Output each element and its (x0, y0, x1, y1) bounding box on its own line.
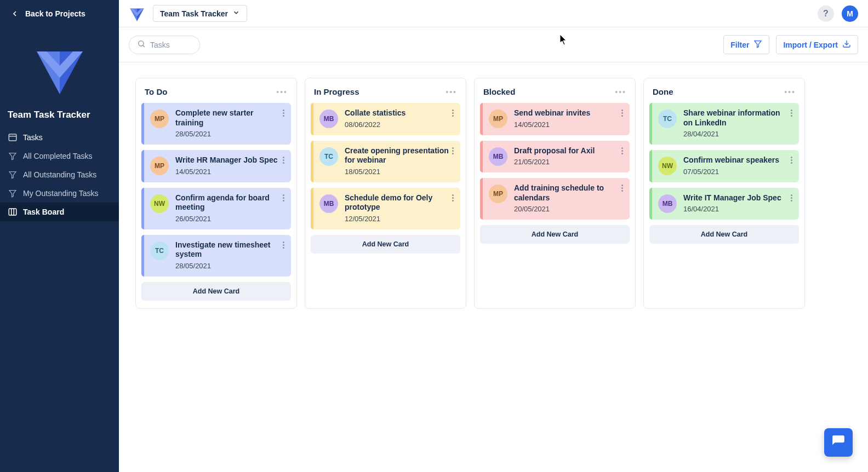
card-title: Collate statistics (345, 108, 450, 118)
column-header: Blocked••• (480, 85, 630, 103)
card-menu[interactable] (619, 183, 624, 192)
add-card-button[interactable]: Add New Card (311, 235, 460, 254)
card-date: 21/05/2021 (514, 158, 619, 166)
column-header: In Progress••• (311, 85, 460, 103)
card-menu[interactable] (281, 156, 285, 164)
project-logo-wrap (0, 25, 119, 108)
project-dropdown-label: Team Task Tracker (160, 9, 228, 18)
column-menu[interactable]: ••• (784, 88, 796, 96)
card-menu[interactable] (450, 193, 455, 202)
add-card-button[interactable]: Add New Card (649, 225, 799, 244)
task-card[interactable]: MPAdd training schedule to calendars20/0… (480, 178, 630, 220)
assignee-avatar: TC (658, 110, 677, 128)
cards-list: TCShare webinar information on LinkedIn2… (649, 103, 799, 244)
topbar: Team Task Tracker ? M (119, 0, 868, 27)
card-menu[interactable] (789, 156, 793, 164)
column-title: To Do (145, 87, 167, 96)
card-menu[interactable] (789, 108, 793, 117)
column-done: Done•••TCShare webinar information on Li… (643, 78, 805, 309)
card-menu[interactable] (281, 108, 285, 117)
task-card[interactable]: TCInvestigate new timesheet system28/05/… (141, 235, 291, 277)
task-card[interactable]: MBDraft proposal for Axil21/05/2021 (480, 141, 630, 173)
card-date: 28/05/2021 (175, 130, 281, 138)
svg-line-15 (143, 45, 145, 47)
cards-list: MPComplete new starter training28/05/202… (141, 103, 291, 301)
task-card[interactable]: TCCreate opening presentation for webina… (311, 141, 460, 182)
nav-list: Tasks All Completed Tasks All Outstandin… (0, 128, 119, 221)
card-date: 28/05/2021 (175, 262, 281, 270)
project-dropdown[interactable]: Team Task Tracker (153, 5, 247, 22)
import-export-label: Import / Export (783, 41, 838, 49)
filter-icon (8, 151, 18, 161)
card-menu[interactable] (281, 193, 285, 202)
card-title: Complete new starter training (175, 108, 281, 128)
chevron-down-icon (232, 9, 240, 18)
task-card[interactable]: MPComplete new starter training28/05/202… (141, 103, 291, 145)
card-body: Investigate new timesheet system28/05/20… (175, 240, 281, 270)
card-date: 26/05/2021 (175, 215, 281, 223)
kanban-board: To Do•••MPComplete new starter training2… (135, 78, 852, 309)
card-menu[interactable] (619, 146, 624, 154)
task-card[interactable]: NWConfirm webinar speakers07/05/2021 (649, 150, 799, 182)
sidebar: Back to Projects Team Task Tracker Tasks… (0, 0, 119, 472)
card-title: Investigate new timesheet system (175, 240, 281, 260)
help-button[interactable]: ? (818, 5, 834, 22)
add-card-button[interactable]: Add New Card (141, 282, 291, 301)
nav-item-outstanding[interactable]: All Outstanding Tasks (0, 165, 119, 184)
svg-marker-5 (9, 153, 16, 160)
import-export-button[interactable]: Import / Export (776, 35, 858, 54)
board-scroll[interactable]: To Do•••MPComplete new starter training2… (119, 62, 868, 472)
card-title: Draft proposal for Axil (514, 146, 619, 156)
task-card[interactable]: NWConfirm agenda for board meeting26/05/… (141, 188, 291, 229)
card-title: Schedule demo for Oely prototype (345, 193, 450, 212)
svg-rect-8 (9, 209, 16, 215)
column-menu[interactable]: ••• (446, 88, 457, 96)
assignee-avatar: NW (658, 157, 677, 175)
task-card[interactable]: TCShare webinar information on LinkedIn2… (649, 103, 799, 145)
search-input[interactable] (150, 41, 192, 49)
back-label: Back to Projects (25, 9, 85, 18)
nav-item-task-board[interactable]: Task Board (0, 203, 119, 221)
card-date: 20/05/2021 (514, 205, 619, 213)
card-date: 12/05/2021 (345, 215, 450, 223)
assignee-avatar: MB (658, 194, 677, 213)
nav-item-my-outstanding[interactable]: My Outstanding Tasks (0, 184, 119, 203)
card-date: 14/05/2021 (514, 120, 619, 129)
task-card[interactable]: MBCollate statistics08/06/2022 (311, 103, 460, 135)
svg-rect-3 (9, 134, 16, 141)
nav-item-completed[interactable]: All Completed Tasks (0, 147, 119, 165)
column-menu[interactable]: ••• (276, 88, 288, 96)
card-title: Confirm agenda for board meeting (175, 193, 281, 212)
card-menu[interactable] (450, 108, 455, 117)
column-in-progress: In Progress•••MBCollate statistics08/06/… (305, 78, 466, 309)
column-to-do: To Do•••MPComplete new starter training2… (135, 78, 297, 309)
nav-label: All Completed Tasks (23, 152, 93, 160)
card-menu[interactable] (619, 108, 624, 117)
card-body: Complete new starter training28/05/2021 (175, 108, 281, 138)
filter-icon (8, 170, 18, 180)
filter-button[interactable]: Filter (723, 35, 769, 54)
card-menu[interactable] (450, 146, 455, 154)
task-card[interactable]: MPSend webinar invites14/05/2021 (480, 103, 630, 135)
column-title: Blocked (483, 87, 515, 96)
board-icon (8, 207, 18, 217)
nav-label: Tasks (23, 133, 43, 142)
card-body: Schedule demo for Oely prototype12/05/20… (345, 193, 450, 223)
column-menu[interactable]: ••• (615, 88, 626, 96)
search-box[interactable] (129, 36, 200, 54)
task-card[interactable]: MBWrite IT Manager Job Spec16/04/2021 (649, 188, 799, 220)
task-card[interactable]: MBSchedule demo for Oely prototype12/05/… (311, 188, 460, 229)
back-to-projects[interactable]: Back to Projects (0, 0, 119, 25)
nav-item-tasks[interactable]: Tasks (0, 128, 119, 147)
add-card-button[interactable]: Add New Card (480, 225, 630, 244)
task-card[interactable]: MPWrite HR Manager Job Spec14/05/2021 (141, 150, 291, 182)
card-title: Write IT Manager Job Spec (683, 193, 789, 203)
assignee-avatar: MP (489, 185, 507, 203)
card-body: Write IT Manager Job Spec16/04/2021 (683, 193, 789, 214)
card-menu[interactable] (789, 193, 793, 202)
card-menu[interactable] (281, 240, 285, 249)
assignee-avatar: TC (150, 241, 169, 260)
assignee-avatar: MB (319, 194, 338, 213)
chat-fab[interactable] (824, 428, 853, 457)
user-avatar-button[interactable]: M (842, 5, 858, 22)
